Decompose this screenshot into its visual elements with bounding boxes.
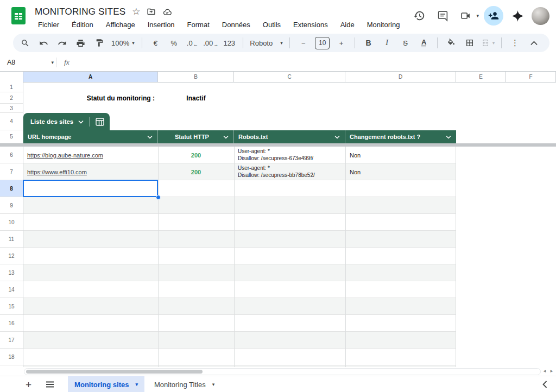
column-header-f[interactable]: F — [506, 71, 556, 83]
star-icon[interactable]: ☆ — [132, 7, 140, 16]
tab-monitoring-sites[interactable]: Monitoring sites ▾ — [68, 376, 144, 392]
percent-format-button[interactable]: % — [165, 36, 183, 50]
cell-http-status[interactable]: 200 — [158, 163, 234, 180]
url-link[interactable]: https://www.effi10.com — [27, 169, 87, 175]
font-size-increase-button[interactable]: + — [332, 36, 350, 50]
add-sheet-button[interactable]: + — [26, 380, 31, 390]
monitoring-status-value[interactable]: Inactif — [158, 92, 234, 104]
font-select[interactable]: Roboto▾ — [248, 36, 286, 50]
row-header-9[interactable]: 9 — [0, 197, 23, 214]
document-title[interactable]: MONITORING SITES — [35, 7, 125, 17]
cell-robots-changed[interactable]: Non — [345, 147, 456, 163]
menu-edition[interactable]: Édition — [68, 20, 97, 29]
row-header-12[interactable]: 12 — [0, 248, 23, 264]
version-history-icon[interactable] — [410, 7, 428, 25]
table-header-status[interactable]: Statut HTTP — [158, 130, 234, 143]
monitoring-status-label[interactable]: Statut du monitoring : — [23, 92, 155, 104]
url-link[interactable]: https://blog.aube-nature.com — [27, 152, 103, 159]
print-button[interactable] — [72, 36, 90, 50]
italic-button[interactable]: I — [378, 36, 396, 50]
font-size-input[interactable]: 10 — [315, 37, 330, 49]
tab-dropdown-icon[interactable]: ▾ — [212, 382, 215, 387]
row-header-17[interactable]: 17 — [0, 332, 23, 349]
row-header-13[interactable]: 13 — [0, 264, 23, 281]
cell-robots-txt[interactable]: User-agent: * Disallow: /secupress-bb78b… — [234, 163, 345, 180]
video-call-dropdown-icon[interactable]: ▾ — [476, 13, 479, 18]
bold-button[interactable]: B — [359, 36, 377, 50]
menu-monitoring[interactable]: Monitoring — [364, 20, 403, 29]
menu-extensions[interactable]: Extensions — [290, 20, 331, 29]
all-sheets-icon[interactable] — [46, 381, 54, 388]
fill-color-button[interactable] — [442, 36, 460, 50]
row-header-15[interactable]: 15 — [0, 298, 23, 315]
menu-aide[interactable]: Aide — [337, 20, 358, 29]
selected-cell-a8[interactable] — [23, 180, 158, 197]
scroll-right-icon[interactable]: ► — [549, 369, 554, 374]
menu-insertion[interactable]: Insertion — [144, 20, 178, 29]
table-header-change[interactable]: Changement robots.txt ? — [345, 130, 456, 143]
merge-cells-button[interactable]: ▾ — [479, 36, 497, 50]
scrollbar-thumb[interactable] — [26, 370, 203, 374]
column-header-b[interactable]: B — [158, 71, 234, 83]
undo-button[interactable] — [35, 36, 53, 50]
borders-button[interactable] — [460, 36, 478, 50]
column-header-c[interactable]: C — [234, 71, 345, 83]
row-header-14[interactable]: 14 — [0, 281, 23, 298]
cell-robots-txt[interactable]: User-agent: * Disallow: /secupress-673e4… — [234, 147, 345, 163]
cloud-status-icon[interactable] — [162, 7, 172, 17]
redo-button[interactable] — [53, 36, 71, 50]
number-format-button[interactable]: 123 — [220, 36, 238, 50]
row-header-18[interactable]: 18 — [0, 349, 23, 365]
menu-donnees[interactable]: Données — [219, 20, 254, 29]
more-toolbar-options-button[interactable]: ⋮ — [506, 36, 524, 50]
sheets-logo-icon[interactable] — [11, 7, 26, 24]
comments-icon[interactable] — [433, 7, 452, 25]
fill-handle[interactable] — [156, 195, 161, 200]
column-header-e[interactable]: E — [456, 71, 506, 83]
avatar[interactable] — [532, 7, 549, 25]
scrollbar-track[interactable] — [24, 368, 541, 375]
strikethrough-button[interactable]: S — [396, 36, 414, 50]
menu-outils[interactable]: Outils — [260, 20, 284, 29]
row-header-10[interactable]: 10 — [0, 214, 23, 231]
name-box-dropdown-icon[interactable]: ▾ — [51, 60, 54, 65]
currency-format-button[interactable]: € — [147, 36, 165, 50]
share-button[interactable] — [484, 6, 503, 26]
table-header-robots[interactable]: Robots.txt — [234, 130, 345, 143]
row-header-2[interactable]: 2 — [0, 92, 23, 104]
cell-http-status[interactable]: 200 — [158, 147, 234, 163]
cell-url[interactable]: https://blog.aube-nature.com — [23, 147, 158, 163]
scroll-left-icon[interactable]: ◄ — [542, 369, 547, 374]
name-box[interactable]: A8 ▾ — [0, 59, 54, 66]
menu-fichier[interactable]: Fichier — [35, 20, 62, 29]
row-header-8[interactable]: 8 — [0, 180, 23, 197]
row-header-7[interactable]: 7 — [0, 163, 23, 180]
video-call-icon[interactable] — [457, 7, 475, 25]
row-header-11[interactable]: 11 — [0, 231, 23, 248]
column-header-d[interactable]: D — [345, 71, 456, 83]
select-all-corner[interactable] — [0, 71, 23, 83]
formula-input[interactable] — [70, 54, 556, 71]
menu-format[interactable]: Format — [184, 20, 213, 29]
search-icon[interactable] — [16, 36, 34, 50]
paint-format-button[interactable] — [90, 36, 108, 50]
move-folder-icon[interactable] — [147, 7, 156, 16]
cell-url[interactable]: https://www.effi10.com — [23, 163, 158, 180]
row-header-16[interactable]: 16 — [0, 315, 23, 332]
zoom-select[interactable]: 100%▾ — [109, 36, 137, 50]
tab-monitoring-titles[interactable]: Monitoring Titles ▾ — [148, 376, 221, 392]
gemini-icon[interactable] — [508, 7, 527, 25]
row-header-6[interactable]: 6 — [0, 147, 23, 163]
text-color-button[interactable]: A — [415, 36, 433, 50]
frozen-rows-divider[interactable] — [0, 143, 556, 147]
column-header-a[interactable]: A — [23, 71, 158, 83]
collapse-toolbar-button[interactable] — [525, 36, 543, 50]
table-chip[interactable]: Liste des sites — [23, 113, 110, 130]
row-header-3[interactable]: 3 — [0, 104, 23, 113]
cell-robots-changed[interactable]: Non — [345, 163, 456, 180]
row-header-5[interactable]: 5 — [0, 130, 23, 143]
increase-decimals-button[interactable]: .00→ — [202, 36, 220, 50]
table-header-url[interactable]: URL homepage — [23, 130, 158, 143]
menu-affichage[interactable]: Affichage — [103, 20, 138, 29]
side-panel-collapse-icon[interactable] — [542, 381, 547, 388]
